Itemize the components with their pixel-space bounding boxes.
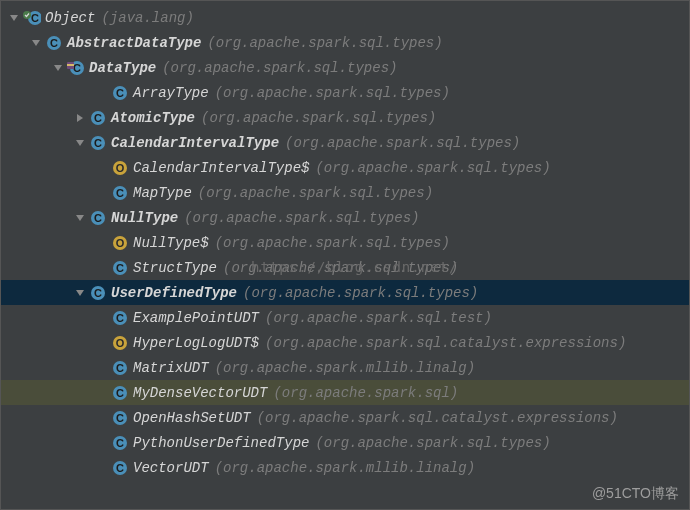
node-package: (org.apache.spark.sql.types) [198, 185, 433, 201]
tree-row[interactable]: CMapType(org.apache.spark.sql.types) [1, 180, 689, 205]
node-package: (org.apache.spark.sql.catalyst.expressio… [257, 410, 618, 426]
svg-marker-17 [76, 140, 84, 146]
expand-arrow-down-icon[interactable] [73, 286, 87, 300]
tree-row[interactable]: CArrayType(org.apache.spark.sql.types) [1, 80, 689, 105]
node-name: NullType$ [133, 235, 209, 251]
node-name: UserDefinedType [111, 285, 237, 301]
svg-text:C: C [31, 12, 39, 24]
node-name: ArrayType [133, 85, 209, 101]
node-package: (org.apache.spark.sql.types) [223, 260, 458, 276]
svg-text:C: C [94, 212, 102, 224]
tree-row[interactable]: COpenHashSetUDT(org.apache.spark.sql.cat… [1, 405, 689, 430]
node-name: CalendarIntervalType$ [133, 160, 309, 176]
svg-text:C: C [116, 412, 124, 424]
node-package: (org.apache.spark.sql) [273, 385, 458, 401]
node-name: AtomicType [111, 110, 195, 126]
svg-text:C: C [94, 137, 102, 149]
tree-row[interactable]: CStructType(org.apache.spark.sql.types) [1, 255, 689, 280]
node-name: VectorUDT [133, 460, 209, 476]
node-name: MatrixUDT [133, 360, 209, 376]
tree-row[interactable]: CAtomicType(org.apache.spark.sql.types) [1, 105, 689, 130]
node-name: ExamplePointUDT [133, 310, 259, 326]
node-package: (org.apache.spark.sql.types) [243, 285, 478, 301]
svg-marker-4 [32, 40, 40, 46]
svg-text:C: C [116, 262, 124, 274]
svg-text:C: C [50, 37, 58, 49]
svg-text:C: C [116, 362, 124, 374]
tree-row[interactable]: OCalendarIntervalType$(org.apache.spark.… [1, 155, 689, 180]
svg-text:C: C [73, 62, 81, 74]
class-icon: C [111, 409, 129, 427]
tree-row[interactable]: CObject(java.lang) [1, 5, 689, 30]
node-name: MyDenseVectorUDT [133, 385, 267, 401]
node-package: (org.apache.spark.sql.test) [265, 310, 492, 326]
node-name: StructType [133, 260, 217, 276]
class-icon: C [89, 134, 107, 152]
svg-text:O: O [116, 337, 125, 349]
class-hierarchy-tree: CObject(java.lang)CAbstractDataType(org.… [1, 1, 689, 480]
svg-text:C: C [116, 437, 124, 449]
object-icon: O [111, 159, 129, 177]
node-name: HyperLogLogUDT$ [133, 335, 259, 351]
node-name: Object [45, 10, 95, 26]
svg-text:C: C [116, 187, 124, 199]
object-icon: O [111, 234, 129, 252]
tree-row[interactable]: OHyperLogLogUDT$(org.apache.spark.sql.ca… [1, 330, 689, 355]
svg-text:C: C [116, 387, 124, 399]
tree-row[interactable]: CCalendarIntervalType(org.apache.spark.s… [1, 130, 689, 155]
class-icon: C [111, 309, 129, 327]
expand-arrow-right-icon[interactable] [73, 111, 87, 125]
svg-text:C: C [94, 287, 102, 299]
tree-row[interactable]: ONullType$(org.apache.spark.sql.types) [1, 230, 689, 255]
class-icon: C [111, 459, 129, 477]
object-icon: O [111, 334, 129, 352]
node-package: (org.apache.spark.sql.catalyst.expressio… [265, 335, 626, 351]
svg-text:C: C [116, 312, 124, 324]
node-package: (org.apache.spark.sql.types) [315, 160, 550, 176]
class-icon: C [89, 109, 107, 127]
expand-arrow-down-icon[interactable] [73, 211, 87, 225]
node-package: (org.apache.spark.mllib.linalg) [215, 360, 475, 376]
svg-marker-14 [77, 114, 83, 122]
node-package: (java.lang) [101, 10, 193, 26]
svg-text:C: C [94, 112, 102, 124]
class-icon: C [111, 384, 129, 402]
class-icon: C [23, 9, 41, 27]
node-package: (org.apache.spark.sql.types) [184, 210, 419, 226]
node-package: (org.apache.spark.sql.types) [162, 60, 397, 76]
tree-row[interactable]: CMatrixUDT(org.apache.spark.mllib.linalg… [1, 355, 689, 380]
node-name: DataType [89, 60, 156, 76]
svg-marker-7 [54, 65, 62, 71]
svg-marker-31 [76, 290, 84, 296]
svg-marker-0 [10, 15, 18, 21]
tree-row[interactable]: CVectorUDT(org.apache.spark.mllib.linalg… [1, 455, 689, 480]
node-name: AbstractDataType [67, 35, 201, 51]
tree-row[interactable]: CNullType(org.apache.spark.sql.types) [1, 205, 689, 230]
node-package: (org.apache.spark.sql.types) [315, 435, 550, 451]
class-icon: C [67, 59, 85, 77]
expand-arrow-down-icon[interactable] [7, 11, 21, 25]
node-name: OpenHashSetUDT [133, 410, 251, 426]
svg-text:O: O [116, 237, 125, 249]
watermark-source: @51CTO博客 [592, 485, 679, 503]
tree-row[interactable]: CMyDenseVectorUDT(org.apache.spark.sql) [1, 380, 689, 405]
node-package: (org.apache.spark.sql.types) [215, 85, 450, 101]
node-package: (org.apache.spark.sql.types) [201, 110, 436, 126]
tree-row[interactable]: CExamplePointUDT(org.apache.spark.sql.te… [1, 305, 689, 330]
node-name: MapType [133, 185, 192, 201]
svg-text:C: C [116, 462, 124, 474]
expand-arrow-down-icon[interactable] [51, 61, 65, 75]
tree-row[interactable]: CPythonUserDefinedType(org.apache.spark.… [1, 430, 689, 455]
class-icon: C [45, 34, 63, 52]
svg-text:C: C [116, 87, 124, 99]
expand-arrow-down-icon[interactable] [29, 36, 43, 50]
node-package: (org.apache.spark.mllib.linalg) [215, 460, 475, 476]
class-icon: C [111, 434, 129, 452]
class-icon: C [89, 209, 107, 227]
tree-row[interactable]: CDataType(org.apache.spark.sql.types) [1, 55, 689, 80]
tree-row[interactable]: CAbstractDataType(org.apache.spark.sql.t… [1, 30, 689, 55]
class-icon: C [111, 184, 129, 202]
tree-row[interactable]: CUserDefinedType(org.apache.spark.sql.ty… [1, 280, 689, 305]
expand-arrow-down-icon[interactable] [73, 136, 87, 150]
svg-text:O: O [116, 162, 125, 174]
